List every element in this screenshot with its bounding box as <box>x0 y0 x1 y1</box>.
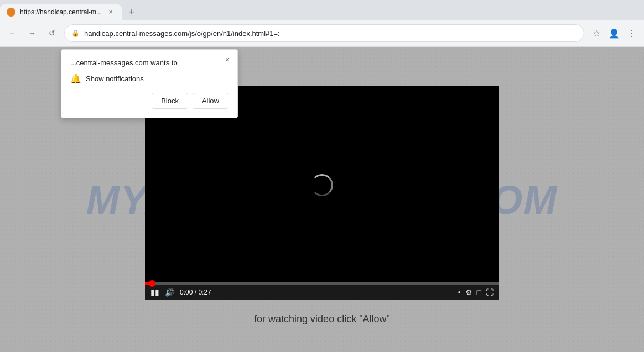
reload-button[interactable]: ↺ <box>44 25 60 41</box>
allow-button[interactable]: Allow <box>193 93 228 109</box>
block-button[interactable]: Block <box>152 93 188 109</box>
bookmark-star-icon[interactable]: ☆ <box>589 25 604 41</box>
new-tab-button[interactable]: + <box>124 4 139 20</box>
progress-thumb <box>149 280 155 287</box>
page-content: MYANTISPYWARE.COM ▮▮ 🔊 0:00 / 0:27 • ⚙ <box>0 47 644 352</box>
active-tab[interactable]: https://handicap.central-m... × <box>0 4 122 20</box>
popup-permission: 🔔 Show notifications <box>70 73 228 84</box>
bell-icon: 🔔 <box>70 73 81 84</box>
loading-spinner <box>311 174 333 196</box>
lock-icon: 🔒 <box>71 29 80 37</box>
tab-favicon <box>7 8 15 17</box>
permission-text: Show notifications <box>86 75 144 83</box>
url-bar[interactable]: 🔒 handicap.central-messages.com/js/o/gp/… <box>64 24 584 42</box>
popup-close-button[interactable]: × <box>222 54 233 65</box>
time-display: 0:00 / 0:27 <box>180 288 211 296</box>
total-time: 0:27 <box>198 288 211 296</box>
menu-icon[interactable]: ⋮ <box>624 25 640 41</box>
tab-close-button[interactable]: × <box>106 8 115 17</box>
current-time: 0:00 <box>180 288 193 296</box>
browser-chrome: https://handicap.central-m... × + ← → ↺ … <box>0 0 644 47</box>
bottom-text: for watching video click "Allow" <box>254 313 390 325</box>
notification-popup: × ...central-messages.com wants to 🔔 Sho… <box>61 49 238 118</box>
back-button[interactable]: ← <box>4 25 20 41</box>
address-bar: ← → ↺ 🔒 handicap.central-messages.com/js… <box>0 20 644 46</box>
video-progress-bar[interactable] <box>145 282 499 285</box>
profile-icon[interactable]: 👤 <box>606 25 622 41</box>
play-pause-button[interactable]: ▮▮ <box>150 288 159 297</box>
tab-bar: https://handicap.central-m... × + <box>0 0 644 20</box>
video-controls: ▮▮ 🔊 0:00 / 0:27 • ⚙ □ ⛶ <box>145 285 499 300</box>
tab-title: https://handicap.central-m... <box>20 8 102 16</box>
volume-icon[interactable]: 🔊 <box>165 288 174 297</box>
toolbar-icons: ☆ 👤 ⋮ <box>589 25 640 41</box>
url-text: handicap.central-messages.com/js/o/gp/en… <box>84 29 577 38</box>
settings-dot-icon[interactable]: • <box>458 288 461 297</box>
settings-gear-icon[interactable]: ⚙ <box>465 288 472 297</box>
fullscreen-icon[interactable]: ⛶ <box>486 288 494 297</box>
right-controls: • ⚙ □ ⛶ <box>458 288 494 297</box>
popup-title: ...central-messages.com wants to <box>70 59 228 67</box>
miniplayer-icon[interactable]: □ <box>477 288 481 297</box>
forward-button[interactable]: → <box>24 25 40 41</box>
popup-buttons: Block Allow <box>70 93 228 109</box>
